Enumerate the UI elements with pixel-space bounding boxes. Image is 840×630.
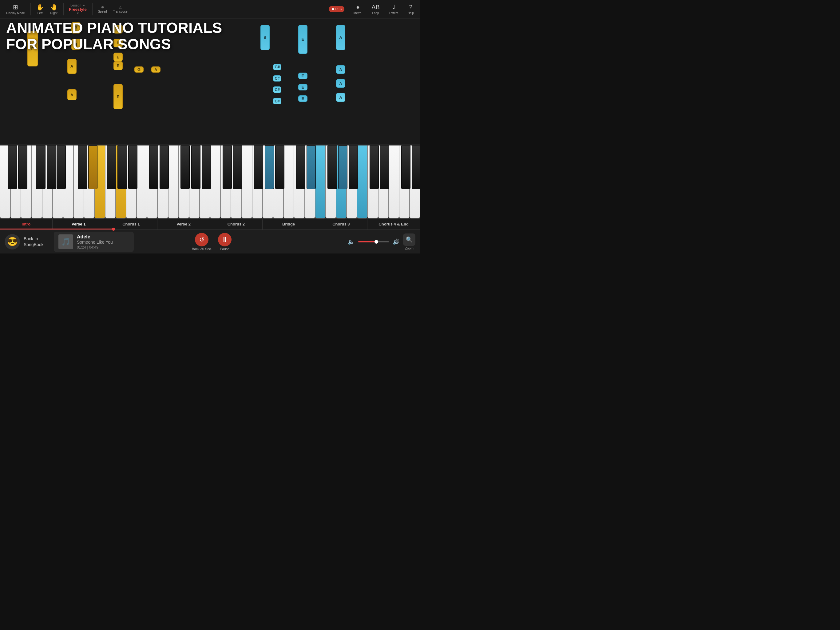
note-blue-3: A <box>336 25 345 50</box>
note-yellow-12: A <box>67 89 77 101</box>
black-key-14[interactable] <box>191 146 201 189</box>
black-key-8[interactable] <box>107 146 116 189</box>
toolbar-right[interactable]: 🤚 Right <box>50 3 58 15</box>
black-key-6[interactable] <box>78 146 87 189</box>
white-key-31-active-blue[interactable] <box>315 146 325 218</box>
black-key-25[interactable] <box>349 146 358 189</box>
toolbar-divider-2 <box>63 3 64 15</box>
toolbar-left[interactable]: ✋ Left <box>36 3 44 15</box>
toolbar-display-mode[interactable]: ⊞ Display Mode <box>6 3 25 15</box>
progress-indicator <box>0 229 114 230</box>
toolbar-help[interactable]: ? Help <box>407 4 414 15</box>
black-key-26[interactable] <box>369 146 379 189</box>
note-blue-9: E <box>298 84 308 90</box>
white-key-38[interactable] <box>388 146 399 218</box>
black-key-23[interactable] <box>327 146 337 189</box>
note-blue-8: E <box>298 73 308 79</box>
pause-icon: ⏸ <box>218 233 232 246</box>
section-chorus4end[interactable]: Chorus 4 & End <box>368 219 420 230</box>
note-yellow-9: G <box>134 66 144 73</box>
black-key-16[interactable] <box>223 146 232 189</box>
volume-slider[interactable] <box>358 241 389 242</box>
note-blue-10: E <box>298 95 308 102</box>
black-key-28[interactable] <box>401 146 411 189</box>
song-details: Adele Someone Like You 01:24 | 04:49 <box>77 234 113 250</box>
white-key-14[interactable] <box>136 146 147 218</box>
black-key-21[interactable] <box>296 146 305 189</box>
note-blue-2: E <box>298 25 308 54</box>
toolbar-metro[interactable]: ♦ Metro. <box>354 4 362 15</box>
toolbar-loop[interactable]: AB Loop <box>371 4 380 15</box>
back30-icon: ↺ <box>195 233 208 246</box>
song-thumbnail: 🎵 <box>58 234 73 249</box>
note-yellow-3: B <box>71 39 81 50</box>
zoom-button[interactable]: 🔍 Zoom <box>403 233 415 250</box>
black-key-29[interactable] <box>412 146 420 189</box>
black-key-5[interactable] <box>57 146 66 189</box>
black-key-15[interactable] <box>202 146 211 189</box>
note-yellow-6: E <box>114 52 123 62</box>
black-key-12[interactable] <box>159 146 169 189</box>
help-icon: ? <box>409 4 412 11</box>
black-key-18[interactable] <box>254 146 263 189</box>
song-title: Someone Like You <box>77 240 113 245</box>
black-key-27[interactable] <box>380 146 389 189</box>
chevron-up-icon: ▲ <box>82 4 85 7</box>
piano-keys <box>0 146 420 218</box>
note-blue-6: C# <box>273 86 281 93</box>
toolbar-speed[interactable]: ⊕ Speed <box>98 5 107 13</box>
black-key-22-active-blue[interactable] <box>306 146 316 189</box>
black-key-1[interactable] <box>8 146 17 189</box>
note-yellow-10: A <box>151 66 161 73</box>
black-key-7-active-yellow[interactable] <box>88 146 98 189</box>
section-verse1[interactable]: Verse 1 <box>52 219 105 230</box>
song-time: 01:24 | 04:49 <box>77 245 113 250</box>
back-to-songbook-button[interactable]: 😎 Back toSongBook <box>5 234 47 250</box>
zoom-icon: 🔍 <box>403 233 415 246</box>
section-chorus3[interactable]: Chorus 3 <box>315 219 368 230</box>
section-intro[interactable]: Intro <box>0 219 52 230</box>
black-key-19-active-blue[interactable] <box>265 146 274 189</box>
black-key-10[interactable] <box>128 146 137 189</box>
black-key-4[interactable] <box>47 146 56 189</box>
display-mode-icon: ⊞ <box>13 3 18 11</box>
black-key-9[interactable] <box>117 146 127 189</box>
song-artist: Adele <box>77 234 113 240</box>
section-chorus2[interactable]: Chorus 2 <box>210 219 262 230</box>
black-key-17[interactable] <box>233 146 242 189</box>
toolbar: ⊞ Display Mode ✋ Left 🤚 Right Lesson ▲ F… <box>0 0 420 19</box>
toolbar-letters[interactable]: ♩ Letters <box>389 3 398 15</box>
right-controls: 🔈 🔊 🔍 Zoom <box>348 233 415 250</box>
white-key-35-active-blue[interactable] <box>357 146 368 218</box>
black-key-24-active-blue[interactable] <box>338 146 347 189</box>
toolbar-transpose[interactable]: △ Transpose <box>113 5 128 13</box>
white-key-28[interactable] <box>284 146 294 218</box>
progress-dot[interactable] <box>112 228 115 231</box>
note-blue-4: C# <box>273 64 281 70</box>
toolbar-lesson[interactable]: Lesson ▲ Freestyle ▼ <box>69 3 87 15</box>
letters-icon: ♩ <box>392 3 395 11</box>
pause-button[interactable]: ⏸ Pause <box>218 233 232 251</box>
black-key-2[interactable] <box>18 146 27 189</box>
bottom-bar: 😎 Back toSongBook 🎵 Adele Someone Like Y… <box>0 230 420 253</box>
note-blue-1: B <box>261 25 270 50</box>
white-key-21[interactable] <box>210 146 221 218</box>
white-key-24[interactable] <box>242 146 252 218</box>
note-blue-11: A <box>336 65 345 74</box>
record-btn[interactable]: ⏺ REC <box>329 6 344 12</box>
back30-button[interactable]: ↺ Back 30 Sec. <box>192 233 212 251</box>
section-bridge[interactable]: Bridge <box>262 219 315 230</box>
playback-controls: ↺ Back 30 Sec. ⏸ Pause <box>192 233 232 251</box>
black-key-20[interactable] <box>275 146 284 189</box>
note-blue-12: A <box>336 79 345 88</box>
section-verse2[interactable]: Verse 2 <box>158 219 210 230</box>
toolbar-record[interactable]: ⏺ REC <box>329 6 344 12</box>
loop-icon: AB <box>371 4 380 11</box>
black-key-13[interactable] <box>180 146 190 189</box>
black-key-3[interactable] <box>36 146 45 189</box>
transpose-icon: △ <box>119 5 122 9</box>
white-key-17[interactable] <box>168 146 178 218</box>
black-key-11[interactable] <box>149 146 158 189</box>
note-yellow-2: B <box>71 22 81 33</box>
note-yellow-4: E <box>114 25 123 34</box>
